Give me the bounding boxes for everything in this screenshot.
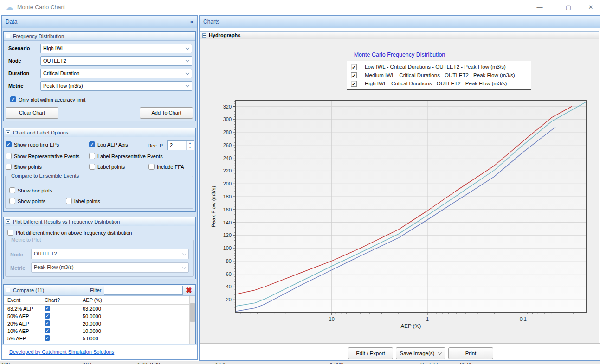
charts-panel: Charts Hydrographs 204060801001201401601… <box>199 15 600 361</box>
dec-p-spinner[interactable]: 2 ▲ ▼ <box>167 140 194 150</box>
collapse-panel-icon[interactable]: « <box>190 16 194 28</box>
status-text: 129 <box>1 362 10 364</box>
ensemble-show-points-checkbox[interactable] <box>9 198 15 204</box>
svg-text:120: 120 <box>223 232 232 238</box>
label-representative-events-checkbox[interactable] <box>89 153 95 159</box>
chevron-down-icon[interactable] <box>183 45 191 52</box>
show-box-plots-option: Show box plots <box>9 187 52 193</box>
svg-text:20: 20 <box>226 297 232 302</box>
compare-event-cell: 50% AEP <box>7 313 29 320</box>
window-title: Monte Carlo Chart <box>17 0 65 14</box>
collapse-section-icon[interactable] <box>6 130 10 134</box>
svg-text:10: 10 <box>329 316 335 322</box>
compare-title: Compare (11) <box>13 287 44 293</box>
filter-label: Filter <box>90 287 101 293</box>
duration-select[interactable]: Critical Duration <box>40 69 192 78</box>
status-bar: 12913 |1.83 3.291.561.00%Peak Flow63.65 <box>0 361 600 364</box>
chevron-down-icon[interactable] <box>438 351 442 355</box>
scenario-label: Scenario <box>8 45 30 51</box>
edit-export-button[interactable]: Edit / Export <box>348 347 393 359</box>
dec-p-value: 2 <box>170 141 173 150</box>
accuracy-limit-checkbox[interactable] <box>10 96 16 102</box>
accuracy-limit-label: Only plot within accuracy limit <box>19 97 85 102</box>
chevron-down-icon[interactable] <box>183 70 191 77</box>
compare-column-header[interactable]: Event <box>7 296 20 304</box>
save-images-button[interactable]: Save Image(s) <box>396 347 445 359</box>
ensemble-label-points-checkbox[interactable] <box>66 198 72 204</box>
plot-different-title: Plot Different Results vs Frequency Dist… <box>13 219 120 224</box>
spinner-down-icon[interactable]: ▼ <box>187 146 194 151</box>
maximize-button[interactable]: ▢ <box>561 0 576 14</box>
plot-different-metric-option: Plot different metric on above frequency… <box>7 230 132 236</box>
collapse-section-icon[interactable] <box>6 34 10 38</box>
compare-column-header[interactable]: Chart? <box>45 296 60 304</box>
node-value: OUTLET2 <box>43 57 66 65</box>
compare-chart-checkbox[interactable] <box>45 306 50 311</box>
hydrographs-body: 2040608010012014016018020022024026028030… <box>200 39 599 343</box>
frequency-distribution-title: Frequency Distribution <box>13 33 64 39</box>
plot-different-header[interactable]: Plot Different Results vs Frequency Dist… <box>4 217 195 226</box>
compare-column-header[interactable]: AEP (%) <box>83 296 102 304</box>
include-ffa-option: Include FFA <box>148 164 184 170</box>
include-ffa-checkbox[interactable] <box>148 164 155 170</box>
chevron-down-icon[interactable] <box>183 57 191 65</box>
plot-different-metric-checkbox[interactable] <box>7 230 13 236</box>
metric-select[interactable]: Peak Flow (m3/s) <box>40 81 192 91</box>
dec-p-label: Dec. P <box>148 143 163 148</box>
metric-value: Peak Flow (m3/s) <box>43 82 83 90</box>
chart-label-options-group: Chart and Label Options Show reporting E… <box>3 128 196 212</box>
add-to-chart-button[interactable]: Add To Chart <box>140 107 193 119</box>
developer-link[interactable]: Developed by Catchment Simulation Soluti… <box>9 349 114 355</box>
print-button[interactable]: Print <box>448 347 493 359</box>
svg-text:1: 1 <box>426 316 429 322</box>
scrollbar-thumb[interactable] <box>190 303 195 322</box>
show-box-plots-checkbox[interactable] <box>9 187 15 193</box>
charts-panel-header: Charts <box>200 16 600 28</box>
collapse-section-icon[interactable] <box>202 33 206 38</box>
collapse-section-icon[interactable] <box>6 219 10 224</box>
compare-chart-checkbox[interactable] <box>45 335 50 341</box>
compare-chart-checkbox[interactable] <box>45 313 50 319</box>
compare-chart-checkbox[interactable] <box>45 320 50 326</box>
legend-checkbox[interactable] <box>351 72 357 78</box>
compare-table: EventChart?AEP (%)63.2% AEP63.200050% AE… <box>4 296 195 344</box>
show-representative-events-checkbox[interactable] <box>6 153 12 159</box>
show-points-checkbox[interactable] <box>6 164 12 170</box>
legend-item: Low IWL - Critical Durations - OUTLET2 -… <box>347 63 531 71</box>
label-points-checkbox[interactable] <box>89 164 95 170</box>
svg-text:240: 240 <box>223 155 232 161</box>
clear-chart-button[interactable]: Clear Chart <box>6 107 58 119</box>
chevron-down-icon[interactable] <box>183 82 191 90</box>
accuracy-limit-option: Only plot within accuracy limit <box>10 96 85 102</box>
log-aep-axis-checkbox[interactable] <box>89 141 95 147</box>
legend-item: High IWL - Critical Durations - OUTLET2 … <box>347 79 531 88</box>
hydrographs-header[interactable]: Hydrographs <box>200 32 599 39</box>
compare-chart-checkbox[interactable] <box>45 328 50 333</box>
mtp-metric-label: Metric <box>10 265 25 271</box>
spinner-up-icon[interactable]: ▲ <box>187 141 194 146</box>
mtp-node-select: OUTLET2 <box>31 249 189 259</box>
compare-scrollbar[interactable] <box>189 296 195 344</box>
svg-text:220: 220 <box>223 168 232 173</box>
show-reporting-eps-checkbox[interactable] <box>6 141 12 147</box>
legend-checkbox[interactable] <box>351 81 357 87</box>
chart-label-options-header[interactable]: Chart and Label Options <box>4 128 195 137</box>
scenario-value: High IWL <box>43 44 64 53</box>
node-select[interactable]: OUTLET2 <box>40 56 192 66</box>
mtp-metric-select: Peak Flow (m3/s) <box>31 262 189 273</box>
log-aep-axis-option: Log AEP Axis <box>89 141 128 147</box>
scenario-select[interactable]: High IWL <box>40 44 192 53</box>
legend-checkbox[interactable] <box>351 64 357 70</box>
compare-aep-cell: 63.2000 <box>83 305 101 313</box>
legend-label: Medium IWL - Critical Durations - OUTLET… <box>365 72 515 78</box>
collapse-section-icon[interactable] <box>6 288 10 292</box>
minimize-button[interactable]: — <box>532 0 547 14</box>
status-text: Peak Flow <box>420 362 444 364</box>
frequency-distribution-header[interactable]: Frequency Distribution <box>4 32 195 41</box>
clear-filter-icon[interactable]: ✖ <box>186 286 192 294</box>
close-button[interactable]: ✕ <box>583 0 598 14</box>
mtp-node-label: Node <box>10 252 23 257</box>
duration-label: Duration <box>8 70 29 76</box>
status-text: 1.56 <box>215 362 225 364</box>
filter-input[interactable] <box>104 286 183 295</box>
